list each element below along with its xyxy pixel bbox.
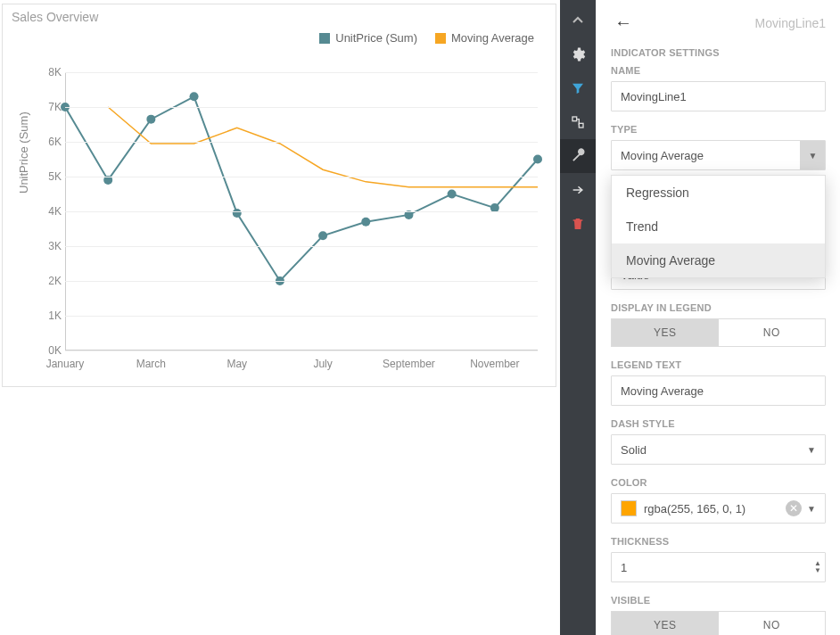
type-option-regression[interactable]: Regression	[612, 176, 825, 210]
legend-label-1: UnitPrice (Sum)	[335, 31, 417, 45]
filter-icon[interactable]	[560, 71, 596, 105]
legend-item-series1: UnitPrice (Sum)	[319, 31, 417, 45]
name-input-inner[interactable]	[621, 90, 816, 103]
panel-header: ← MovingLine1	[611, 9, 826, 37]
dash-style-value: Solid	[621, 443, 646, 457]
clear-color-icon[interactable]: ✕	[786, 500, 802, 516]
wrench-icon[interactable]	[560, 139, 596, 173]
y-tick: 2K	[37, 275, 62, 287]
color-swatch	[621, 500, 637, 516]
side-toolbar	[560, 0, 596, 635]
display-legend-toggle: YES NO	[611, 318, 826, 347]
legend-text-label: LEGEND TEXT	[611, 359, 826, 370]
x-tick: November	[470, 358, 519, 370]
collapse-icon[interactable]	[560, 4, 596, 37]
type-option-trend[interactable]: Trend	[612, 210, 825, 243]
color-label: COLOR	[611, 477, 826, 488]
y-tick: 8K	[37, 66, 62, 78]
y-tick: 4K	[37, 205, 62, 218]
panel-title: MovingLine1	[755, 16, 826, 30]
thickness-value: 1	[621, 561, 627, 574]
chart-area: Sales Overview UnitPrice (Sum) Moving Av…	[0, 0, 560, 635]
svg-rect-12	[572, 117, 577, 121]
svg-point-7	[361, 218, 370, 227]
thickness-label: THICKNESS	[611, 536, 826, 547]
dash-style-select[interactable]: Solid ▼	[611, 434, 826, 465]
thickness-spinner: ▲ ▼	[814, 560, 821, 574]
chart-card: Sales Overview UnitPrice (Sum) Moving Av…	[2, 4, 556, 387]
visible-yes[interactable]: YES	[612, 612, 719, 635]
x-tick: March	[136, 358, 166, 370]
display-legend-label: DISPLAY IN LEGEND	[611, 302, 826, 313]
svg-point-11	[533, 155, 542, 164]
back-arrow-icon[interactable]: ←	[611, 9, 636, 37]
color-value-text: rgba(255, 165, 0, 1)	[644, 502, 745, 515]
color-select[interactable]: rgba(255, 165, 0, 1) ✕ ▼	[611, 493, 826, 524]
legend-swatch-orange	[435, 33, 446, 44]
svg-rect-13	[579, 123, 583, 128]
y-axis-title: UnitPrice (Sum)	[17, 111, 30, 194]
name-label: NAME	[611, 65, 826, 76]
indicator-settings-panel: ← MovingLine1 INDICATOR SETTINGS NAME TY…	[596, 0, 840, 635]
thickness-input[interactable]: 1 ▲ ▼	[611, 552, 826, 582]
chart-legend: UnitPrice (Sum) Moving Average	[319, 31, 534, 45]
y-tick: 6K	[37, 136, 62, 148]
chevron-down-icon[interactable]: ▼	[800, 141, 825, 169]
x-tick: January	[46, 358, 85, 370]
display-legend-no[interactable]: NO	[719, 319, 826, 346]
y-tick: 0K	[37, 344, 62, 357]
arrow-right-icon[interactable]	[560, 173, 596, 207]
spinner-down-icon[interactable]: ▼	[814, 567, 821, 574]
section-main-label: INDICATOR SETTINGS	[611, 47, 826, 58]
chart-title: Sales Overview	[3, 4, 556, 29]
legend-text-input-inner[interactable]	[621, 384, 816, 398]
legend-swatch-teal	[319, 33, 330, 44]
legend-text-input[interactable]	[611, 375, 826, 406]
type-select-value: Moving Average	[621, 149, 704, 162]
chart-plot: UnitPrice (Sum) 0K1K2K3K4K5K6K7K8KJanuar…	[65, 72, 538, 350]
x-tick: September	[383, 358, 435, 370]
name-input[interactable]	[611, 81, 826, 111]
legend-item-series2: Moving Average	[435, 31, 534, 45]
legend-label-2: Moving Average	[451, 31, 534, 45]
type-dropdown-list: Regression Trend Moving Average	[611, 175, 826, 278]
visible-no[interactable]: NO	[719, 612, 826, 635]
svg-point-9	[448, 190, 457, 199]
visible-toggle: YES NO	[611, 611, 826, 635]
type-select[interactable]: Moving Average ▼	[611, 140, 826, 170]
svg-point-4	[233, 209, 242, 218]
y-tick: 1K	[37, 309, 62, 322]
dash-style-label: DASH STYLE	[611, 418, 826, 429]
type-option-moving-average[interactable]: Moving Average	[612, 243, 825, 277]
visible-label: VISIBLE	[611, 595, 826, 606]
svg-point-6	[318, 231, 327, 240]
type-label: TYPE	[611, 124, 826, 135]
chevron-down-icon[interactable]: ▼	[807, 445, 816, 455]
display-legend-yes[interactable]: YES	[612, 319, 719, 346]
svg-point-3	[190, 92, 199, 101]
y-tick: 3K	[37, 240, 62, 252]
nodes-icon[interactable]	[560, 105, 596, 139]
x-tick: July	[313, 358, 332, 370]
chevron-down-icon[interactable]: ▼	[807, 504, 816, 514]
x-tick: May	[226, 358, 247, 370]
gear-icon[interactable]	[560, 37, 596, 71]
y-tick: 7K	[37, 101, 62, 113]
svg-point-2	[146, 115, 155, 124]
trash-icon[interactable]	[560, 207, 596, 241]
y-tick: 5K	[37, 170, 62, 183]
